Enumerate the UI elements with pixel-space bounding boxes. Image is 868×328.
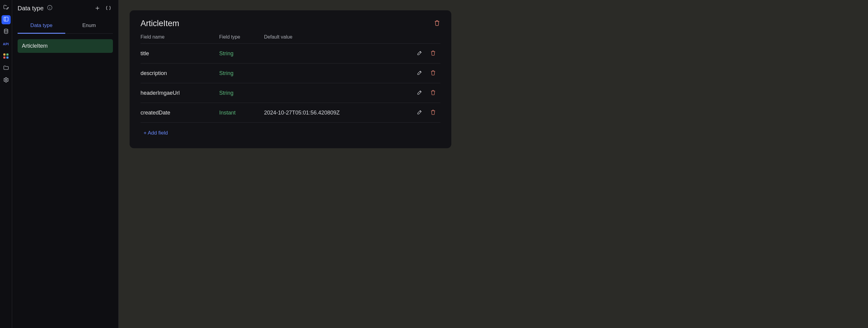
field-row: headerImgaeUrlString (141, 83, 440, 103)
field-type: Instant (219, 103, 264, 123)
rail-item-database[interactable] (2, 27, 11, 36)
tab-data-type[interactable]: Data type (18, 18, 65, 34)
database-icon (3, 28, 9, 36)
col-field-name: Field name (141, 34, 219, 44)
folder-icon (3, 65, 9, 72)
add-type-button[interactable] (93, 4, 101, 12)
icon-rail: API (0, 0, 12, 328)
trash-icon (430, 50, 436, 57)
sidebar: Data type Data type Enum ArticleItem (12, 0, 119, 328)
fields-body: titleStringdescriptionStringheaderImgaeU… (141, 44, 440, 123)
info-icon[interactable] (47, 5, 53, 12)
type-detail-card: ArticleItem Field name Field type Defaul… (130, 10, 451, 148)
field-default (264, 63, 411, 83)
svg-point-2 (5, 79, 7, 81)
field-default: 2024-10-27T05:01:56.420809Z (264, 103, 411, 123)
api-label: API (3, 42, 9, 46)
delete-field-button[interactable] (429, 69, 437, 78)
type-list: ArticleItem (12, 34, 118, 58)
type-title: ArticleItem (141, 19, 179, 28)
field-name: title (141, 44, 219, 63)
trash-icon (430, 89, 436, 97)
field-row: descriptionString (141, 63, 440, 83)
field-name: description (141, 63, 219, 83)
col-field-type: Field type (219, 34, 264, 44)
card-header: ArticleItem (141, 19, 440, 28)
delete-field-button[interactable] (429, 109, 437, 117)
delete-type-button[interactable] (434, 20, 440, 28)
sidebar-title: Data type (18, 5, 44, 12)
field-name: createdDate (141, 103, 219, 123)
edit-field-button[interactable] (415, 109, 424, 117)
edit-field-button[interactable] (415, 49, 424, 58)
rail-item-layout[interactable] (2, 15, 11, 24)
layout-icon (3, 16, 9, 24)
main-area: ArticleItem Field name Field type Defaul… (119, 0, 868, 328)
sidebar-tabs: Data type Enum (18, 18, 113, 34)
field-row: createdDateInstant2024-10-27T05:01:56.42… (141, 103, 440, 123)
edit-field-button[interactable] (415, 89, 424, 97)
rail-item-files[interactable] (2, 64, 11, 73)
col-default-value: Default value (264, 34, 411, 44)
field-row: titleString (141, 44, 440, 63)
pencil-icon (417, 89, 423, 97)
rail-item-edit[interactable] (2, 3, 11, 12)
field-default (264, 44, 411, 63)
pencil-icon (417, 69, 423, 77)
field-type: String (219, 83, 264, 103)
tab-enum[interactable]: Enum (65, 18, 113, 33)
edit-field-button[interactable] (415, 69, 424, 78)
svg-rect-0 (4, 17, 8, 21)
svg-point-1 (4, 29, 8, 30)
folder-edit-icon (3, 4, 9, 11)
code-braces-button[interactable] (104, 4, 112, 12)
add-field-button[interactable]: + Add field (141, 130, 168, 136)
trash-icon (430, 109, 436, 117)
field-default (264, 83, 411, 103)
rail-item-api[interactable]: API (2, 39, 11, 49)
rail-item-settings[interactable] (2, 76, 11, 85)
type-item-articleitem[interactable]: ArticleItem (18, 39, 113, 53)
pencil-icon (417, 50, 423, 57)
sidebar-header: Data type (12, 0, 118, 15)
field-type: String (219, 63, 264, 83)
delete-field-button[interactable] (429, 49, 437, 58)
pencil-icon (417, 109, 423, 117)
apps-grid-icon (3, 54, 9, 59)
trash-icon (430, 69, 436, 77)
rail-item-apps[interactable] (2, 52, 11, 61)
fields-table: Field name Field type Default value titl… (141, 34, 440, 123)
delete-field-button[interactable] (429, 89, 437, 97)
field-name: headerImgaeUrl (141, 83, 219, 103)
field-type: String (219, 44, 264, 63)
gear-icon (3, 77, 9, 84)
